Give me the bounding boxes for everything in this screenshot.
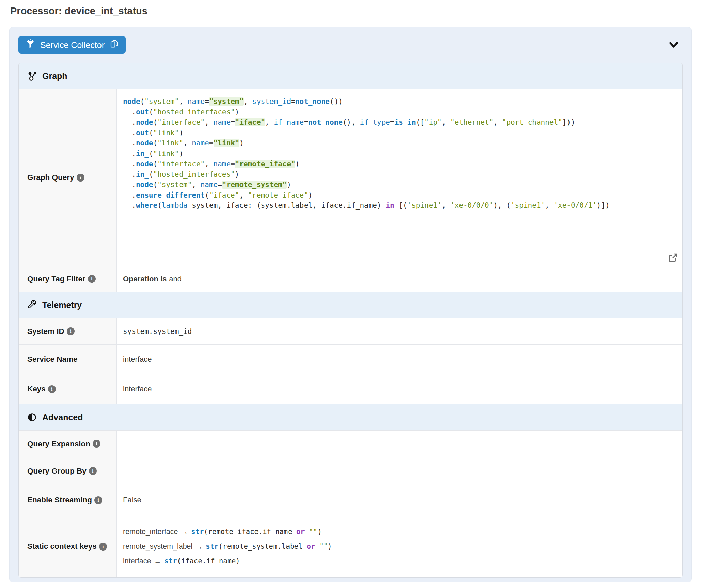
collector-details-card: Graph Graph Query node("system", name="s…	[18, 63, 683, 578]
static-context-keys-list: remote_interface→str(remote_iface.if_nam…	[123, 525, 332, 569]
field-label: Graph Query	[27, 173, 74, 182]
field-label: Service Name	[27, 355, 78, 364]
field-label: Query Expansion	[27, 439, 90, 448]
field-label: Keys	[27, 385, 46, 393]
arrow-icon: →	[181, 525, 188, 539]
open-query-button[interactable]	[668, 252, 678, 263]
panel-header: Service Collector	[18, 36, 683, 54]
half-circle-icon	[27, 412, 37, 422]
collapse-panel-button[interactable]	[667, 39, 681, 51]
info-icon[interactable]	[93, 440, 100, 448]
field-row-query-group-by: Query Group By	[19, 457, 682, 485]
info-icon[interactable]	[48, 385, 56, 393]
section-header-advanced: Advanced	[19, 404, 682, 430]
service-name-value: interface	[117, 345, 682, 374]
arrow-icon: →	[154, 554, 161, 569]
page-title: Processor: device_int_status	[0, 0, 701, 17]
operation-value: and	[169, 275, 182, 283]
section-title: Graph	[42, 71, 67, 81]
info-icon[interactable]	[99, 543, 107, 551]
static-context-key-row: remote_system_label→str(remote_system.la…	[123, 539, 332, 554]
field-label: Enable Streaming	[27, 496, 92, 505]
field-label-cell: Enable Streaming	[19, 485, 117, 515]
external-link-icon	[668, 258, 677, 263]
field-label: Query Group By	[27, 467, 87, 476]
field-label-cell: Query Group By	[19, 457, 117, 485]
copy-icon[interactable]	[109, 39, 119, 51]
info-icon[interactable]	[94, 496, 102, 504]
field-label-cell: Keys	[19, 374, 117, 404]
system-id-text: system.system_id	[123, 327, 192, 336]
field-label-cell: Query Expansion	[19, 431, 117, 457]
info-icon[interactable]	[77, 174, 84, 182]
wrench-icon	[27, 300, 37, 310]
field-row-enable-streaming: Enable Streaming False	[19, 485, 682, 515]
funnel-icon	[25, 39, 35, 51]
chevron-down-icon	[668, 45, 679, 50]
section-title: Advanced	[42, 413, 83, 422]
query-expansion-value	[117, 431, 682, 457]
arrow-icon: →	[196, 539, 203, 554]
info-icon[interactable]	[88, 275, 96, 283]
field-label: System ID	[27, 327, 64, 336]
graph-query-value: node("system", name="system", system_id=…	[117, 89, 682, 266]
field-row-query-expansion: Query Expansion	[19, 430, 682, 457]
field-label: Static context keys	[27, 542, 97, 551]
static-context-key-row: interface→str(iface.if_name)	[123, 554, 332, 569]
field-label-cell: System ID	[19, 318, 117, 344]
field-row-system-id: System ID system.system_id	[19, 318, 682, 344]
keys-value: interface	[117, 374, 682, 404]
section-title: Telemetry	[42, 300, 82, 310]
enable-streaming-text: False	[123, 496, 141, 505]
processor-panel: Service Collector	[9, 27, 692, 582]
service-name-text: interface	[123, 355, 152, 364]
field-row-graph-query: Graph Query node("system", name="system"…	[19, 89, 682, 266]
field-row-static-context-keys: Static context keys remote_interface→str…	[19, 515, 682, 577]
info-icon[interactable]	[67, 327, 75, 335]
operation-label: Operation is	[123, 275, 167, 283]
enable-streaming-value: False	[117, 485, 682, 515]
keys-text: interface	[123, 385, 152, 393]
field-label-cell: Query Tag Filter	[19, 266, 117, 292]
static-context-key-row: remote_interface→str(remote_iface.if_nam…	[123, 525, 332, 539]
field-row-keys: Keys interface	[19, 374, 682, 404]
query-tag-filter-value: Operation is and	[117, 266, 682, 292]
static-context-keys-value: remote_interface→str(remote_iface.if_nam…	[117, 515, 682, 577]
info-icon[interactable]	[89, 467, 97, 475]
system-id-value: system.system_id	[117, 318, 682, 344]
section-header-telemetry: Telemetry	[19, 292, 682, 318]
network-graph-icon	[27, 71, 37, 81]
field-label-cell: Static context keys	[19, 515, 117, 577]
field-label: Query Tag Filter	[27, 275, 85, 283]
field-label-cell: Graph Query	[19, 89, 117, 266]
graph-query-code: node("system", name="system", system_id=…	[123, 96, 610, 211]
service-collector-button[interactable]: Service Collector	[18, 36, 126, 54]
field-row-service-name: Service Name interface	[19, 344, 682, 374]
query-group-by-value	[117, 457, 682, 485]
field-row-query-tag-filter: Query Tag Filter Operation is and	[19, 266, 682, 292]
section-header-graph: Graph	[19, 63, 682, 89]
field-label-cell: Service Name	[19, 345, 117, 374]
service-collector-label: Service Collector	[40, 40, 105, 50]
